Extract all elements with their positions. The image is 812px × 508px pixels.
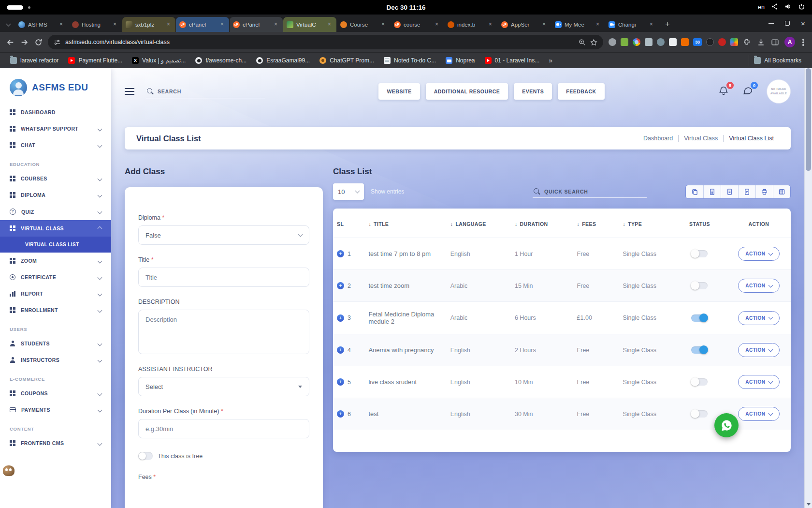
row-expand-icon[interactable] (337, 378, 344, 386)
row-expand-icon[interactable] (337, 282, 344, 289)
app-logo[interactable]: ASFMS EDU (0, 68, 111, 104)
clock[interactable]: Dec 30 11:16 (386, 0, 425, 15)
bookmark-item[interactable]: Noted To-do C... (379, 55, 440, 66)
column-header-fees[interactable]: FEES (573, 209, 619, 238)
browser-tab[interactable]: ASFMS (15, 17, 68, 32)
duration-input[interactable] (138, 419, 309, 438)
status-toggle[interactable] (691, 346, 708, 354)
tab-close-icon[interactable] (433, 21, 440, 28)
sidebar-item-frontend-cms[interactable]: FRONTEND CMS (0, 435, 111, 451)
row-expand-icon[interactable] (337, 314, 344, 322)
row-expand-icon[interactable] (337, 410, 344, 418)
notifications-bell-icon[interactable]: 5 (718, 85, 729, 98)
browser-tab[interactable]: index.b (444, 17, 497, 32)
sidebar-item-certificate[interactable]: CERTIFICATE (0, 269, 111, 285)
sidebar-toggle-button[interactable] (125, 88, 134, 95)
bookmark-item[interactable]: 01 - Laravel Ins... (480, 55, 544, 66)
messages-icon[interactable]: 0 (742, 85, 753, 98)
search-input[interactable] (158, 89, 264, 94)
browser-tab[interactable]: cPanel (230, 17, 283, 32)
export-csv-button[interactable] (721, 185, 738, 198)
browser-tab[interactable]: Course (337, 17, 390, 32)
status-toggle[interactable] (691, 378, 708, 386)
volume-icon[interactable] (784, 3, 792, 12)
back-button[interactable] (6, 38, 14, 46)
diploma-select[interactable]: False (138, 225, 309, 245)
description-textarea[interactable] (138, 310, 309, 354)
export-pdf-button[interactable] (738, 185, 755, 198)
page-scrollbar[interactable] (804, 68, 812, 508)
export-columns-button[interactable] (773, 185, 790, 198)
browser-tab[interactable]: AppSer (498, 17, 551, 32)
tab-close-icon[interactable] (111, 21, 118, 28)
column-header-title[interactable]: TITLE (364, 209, 446, 238)
sidebar-item-quiz[interactable]: QUIZ (0, 203, 111, 220)
browser-menu-button[interactable] (802, 38, 804, 46)
export-excel-button[interactable] (703, 185, 721, 198)
additional-resource-button[interactable]: ADDITIONAL RESOURCE (426, 83, 508, 100)
feedback-button[interactable]: FEEDBACK (558, 83, 604, 100)
window-maximize-button[interactable] (784, 20, 790, 27)
user-avatar[interactable]: NO IMAGE AVAILABLE (767, 79, 791, 104)
sidebar-item-payments[interactable]: PAYMENTS (0, 402, 111, 418)
free-class-toggle[interactable] (138, 452, 153, 460)
extension-icon[interactable] (669, 38, 677, 46)
extension-icon[interactable] (681, 38, 689, 46)
sidebar-item-courses[interactable]: COURSES (0, 170, 111, 187)
extension-icon[interactable] (609, 38, 616, 46)
column-header-sl[interactable]: SL (333, 209, 364, 238)
row-expand-icon[interactable] (337, 250, 344, 257)
tab-close-icon[interactable] (165, 21, 172, 28)
export-copy-button[interactable] (686, 185, 703, 198)
network-icon[interactable] (771, 3, 778, 12)
sidebar-item-chat[interactable]: CHAT (0, 137, 111, 153)
reload-button[interactable] (34, 38, 43, 46)
bookmark-item[interactable]: f/awesome-ch... (191, 55, 251, 66)
breadcrumb-dashboard[interactable]: Dashboard (638, 135, 678, 142)
browser-tab[interactable]: My Mee (551, 17, 605, 32)
bookmark-item[interactable]: ChatGPT Prom... (315, 55, 378, 66)
tab-close-icon[interactable] (594, 21, 601, 28)
action-button[interactable]: ACTION (738, 375, 779, 389)
downloads-button[interactable] (756, 38, 765, 46)
language-indicator[interactable]: en (758, 4, 765, 11)
side-panel-button[interactable] (770, 38, 779, 46)
all-bookmarks-button[interactable]: All Bookmarks (749, 55, 806, 66)
sidebar-item-coupons[interactable]: COUPONS (0, 385, 111, 402)
tab-close-icon[interactable] (326, 21, 333, 28)
browser-tab[interactable]: course (391, 17, 444, 32)
sidebar-item-diploma[interactable]: DIPLOMA (0, 187, 111, 203)
column-header-language[interactable]: LANGUAGE (447, 209, 511, 238)
sidebar-item-enrollment[interactable]: ENROLLMENT (0, 302, 111, 318)
column-header-type[interactable]: TYPE (619, 209, 672, 238)
browser-tab[interactable]: Hosting (69, 17, 122, 32)
status-toggle[interactable] (691, 250, 708, 257)
tab-close-icon[interactable] (218, 21, 226, 28)
breadcrumb-virtual-class[interactable]: Virtual Class (678, 135, 723, 142)
sidebar-item-dashboard[interactable]: DASHBOARD (0, 104, 111, 120)
bookmark-star-icon[interactable] (590, 38, 597, 46)
action-button[interactable]: ACTION (738, 279, 779, 293)
gimp-app-icon[interactable] (3, 465, 14, 476)
scrollbar-down-arrow[interactable] (805, 500, 812, 508)
action-button[interactable]: ACTION (738, 343, 779, 357)
extension-badge-icon[interactable]: 38 (693, 38, 702, 46)
url-text[interactable]: asfmsedu.com/virtualclass/virtual-class (65, 39, 574, 45)
bookmark-item[interactable]: Payment Flutte... (64, 55, 127, 66)
forward-button[interactable] (20, 38, 29, 46)
bookmark-item[interactable]: Noprea (441, 55, 479, 66)
browser-tab[interactable]: sxb1plz (122, 17, 175, 32)
assistant-instructor-select[interactable]: Select (138, 377, 309, 396)
action-button[interactable]: ACTION (738, 247, 779, 261)
new-tab-button[interactable] (661, 17, 674, 31)
extension-icon[interactable] (645, 38, 652, 46)
website-button[interactable]: WEBSITE (378, 83, 420, 100)
site-settings-icon[interactable] (54, 38, 61, 46)
browser-tab[interactable]: Changi (605, 17, 658, 32)
extension-icon[interactable] (657, 38, 665, 46)
scrollbar-thumb[interactable] (806, 68, 811, 171)
sidebar-item-report[interactable]: REPORT (0, 285, 111, 302)
entries-select[interactable]: 10 (333, 183, 364, 200)
events-button[interactable]: EVENTS (514, 83, 552, 100)
extension-icon[interactable] (621, 38, 628, 46)
